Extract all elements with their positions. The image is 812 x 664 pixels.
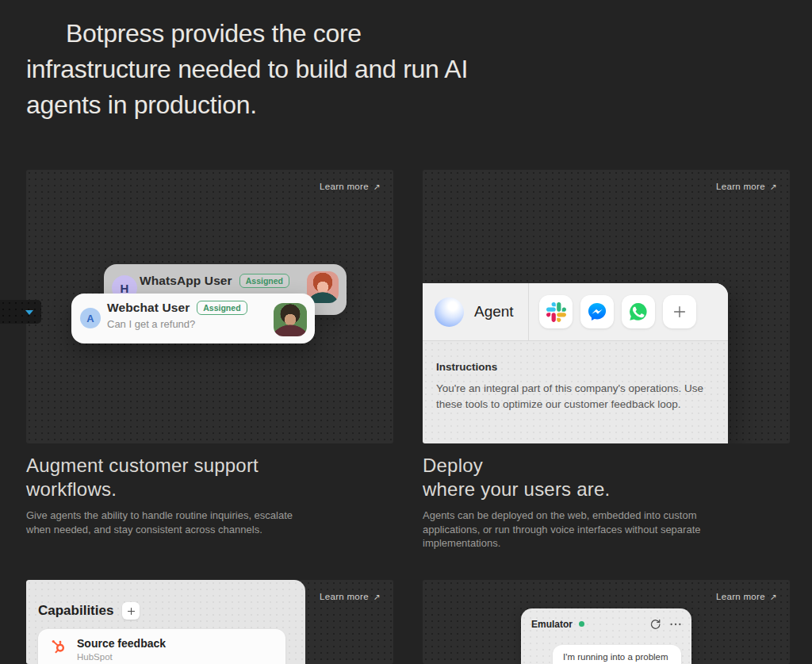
- instructions-block: Instructions You're an integral part of …: [436, 361, 714, 412]
- capability-title: Source feedback: [77, 637, 166, 650]
- support-description: Give agents the ability to handle routin…: [26, 509, 312, 536]
- external-link-icon: ↗: [770, 182, 777, 191]
- emulator-title: Emulator: [531, 619, 573, 630]
- avatar-letter: H: [121, 282, 129, 295]
- refresh-icon[interactable]: [649, 618, 661, 630]
- conversation-user-name: Webchat User: [107, 301, 190, 315]
- agent-panel-header: Agent: [423, 283, 728, 341]
- conversation-user-name: WhatsApp User: [140, 274, 232, 288]
- avatar-letter: A: [86, 313, 94, 324]
- assigned-badge: Assigned: [239, 274, 289, 288]
- feature-card-emulator: Learn more ↗ Emulator: [423, 580, 790, 664]
- agent-avatar-sphere: [435, 297, 464, 327]
- capability-item[interactable]: Source feedback HubSpot: [38, 629, 285, 664]
- add-capability-button[interactable]: [122, 602, 140, 620]
- webchat-widget-stub[interactable]: [0, 300, 41, 324]
- messenger-icon[interactable]: [580, 295, 614, 328]
- botpress-features-section: Botpress provides the core infrastructur…: [0, 0, 812, 664]
- chat-message-text: I'm running into a problem: [563, 652, 668, 662]
- instructions-title: Instructions: [436, 361, 714, 373]
- learn-more-link[interactable]: Learn more ↗: [716, 592, 777, 601]
- instructions-body: You're an integral part of this company'…: [436, 381, 714, 412]
- agent-avatar-photo: [274, 303, 307, 336]
- add-channel-button[interactable]: [663, 295, 696, 328]
- avatar-initial-a: A: [80, 308, 101, 328]
- assigned-badge: Assigned: [197, 301, 247, 315]
- chevron-down-icon: [25, 310, 33, 315]
- whatsapp-icon[interactable]: [622, 295, 655, 328]
- divider: [528, 283, 529, 340]
- agent-label: Agent: [474, 303, 514, 320]
- conversation-text: Webchat User Assigned Can I get a refund…: [107, 301, 247, 330]
- learn-more-label: Learn more: [716, 182, 765, 191]
- feature-card-capabilities: Learn more ↗ Capabilities: [26, 580, 393, 664]
- online-status-dot: [579, 621, 584, 627]
- deploy-description: Agents can be deployed on the web, embed…: [423, 509, 724, 551]
- slack-icon[interactable]: [539, 295, 573, 328]
- external-link-icon: ↗: [373, 592, 381, 601]
- capability-subtitle: HubSpot: [77, 652, 166, 662]
- external-link-icon: ↗: [373, 182, 381, 191]
- learn-more-link[interactable]: Learn more ↗: [716, 182, 777, 191]
- section-headline: Botpress provides the core infrastructur…: [26, 16, 581, 123]
- learn-more-link[interactable]: Learn more ↗: [320, 592, 381, 601]
- support-heading: Augment customer support workflows.: [26, 454, 259, 501]
- learn-more-label: Learn more: [320, 182, 369, 191]
- conversation-preview: Can I get a refund?: [107, 318, 247, 330]
- conversation-text: WhatsApp User Assigned: [140, 274, 289, 288]
- agent-channels-panel: Agent: [423, 283, 728, 443]
- chat-message-bubble: I'm running into a problem: [553, 645, 681, 664]
- external-link-icon: ↗: [770, 592, 777, 601]
- capability-text: Source feedback HubSpot: [77, 637, 166, 662]
- feature-card-support: Learn more ↗ H WhatsApp User Assigned A …: [26, 170, 393, 443]
- learn-more-link[interactable]: Learn more ↗: [320, 182, 381, 191]
- capabilities-title: Capabilities: [38, 603, 113, 619]
- learn-more-label: Learn more: [716, 592, 765, 601]
- learn-more-label: Learn more: [320, 592, 369, 601]
- feature-card-deploy: Learn more ↗ Agent: [423, 170, 790, 443]
- deploy-heading: Deploy where your users are.: [423, 454, 610, 501]
- hubspot-icon: [49, 637, 67, 658]
- conversation-item-webchat[interactable]: A Webchat User Assigned Can I get a refu…: [71, 294, 315, 344]
- channel-tiles: [539, 295, 696, 328]
- emulator-panel: Emulator I'm running into a problem: [521, 608, 691, 664]
- capabilities-panel: Capabilities: [26, 580, 305, 664]
- more-options-icon[interactable]: [669, 622, 682, 627]
